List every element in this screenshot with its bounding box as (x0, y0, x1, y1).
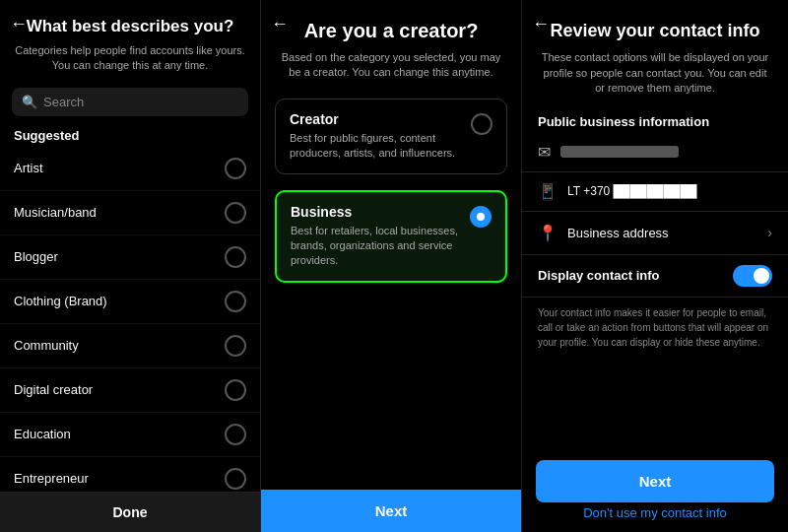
category-label-education: Education (14, 427, 71, 441)
search-bar[interactable]: 🔍 (12, 88, 248, 116)
category-item-community[interactable]: Community (0, 324, 260, 368)
category-item-musician[interactable]: Musician/band (0, 191, 260, 235)
suggested-label: Suggested (0, 124, 260, 147)
category-item-entrepreneur[interactable]: Entrepreneur (0, 457, 260, 492)
category-label-entrepreneur: Entrepreneur (14, 471, 89, 486)
radio-entrepreneur[interactable] (225, 468, 246, 490)
panel-what-describes-you: ← What best describes you? Categories he… (0, 0, 261, 532)
category-item-artist[interactable]: Artist (0, 147, 260, 191)
creator-option-text: Creator Best for public figures, content… (290, 111, 461, 162)
radio-artist[interactable] (225, 158, 246, 179)
address-left: 📍 Business address (538, 224, 669, 242)
display-contact-toggle-row: Display contact info (522, 254, 788, 298)
category-list: Artist Musician/band Blogger Clothing (B… (0, 147, 260, 492)
phone-value: LT +370 ██████████ (567, 184, 772, 198)
creator-option-desc: Best for public figures, content produce… (290, 131, 461, 162)
creator-option-card[interactable]: Creator Best for public figures, content… (275, 99, 507, 174)
creator-radio[interactable] (471, 113, 492, 135)
radio-education[interactable] (225, 424, 246, 445)
panel3-back-button[interactable]: ← (532, 14, 550, 34)
panel3-header: Review your contact info These contact o… (522, 0, 788, 106)
phone-row[interactable]: 📱 LT +370 ██████████ (522, 172, 788, 212)
panel2-next-button[interactable]: Next (261, 490, 521, 532)
panel-creator-question: ← Are you a creator? Based on the catego… (261, 0, 522, 532)
phone-icon: 📱 (538, 182, 558, 201)
email-row[interactable]: ✉ (522, 133, 788, 172)
search-icon: 🔍 (22, 95, 37, 109)
panel1-title: What best describes you? (14, 16, 246, 37)
location-icon: 📍 (538, 224, 558, 242)
email-value-blurred (560, 146, 679, 158)
radio-community[interactable] (225, 335, 246, 357)
radio-musician[interactable] (225, 202, 246, 224)
category-label-community: Community (14, 338, 79, 353)
category-label-musician: Musician/band (14, 205, 97, 220)
address-label: Business address (567, 226, 669, 240)
category-item-clothing[interactable]: Clothing (Brand) (0, 280, 260, 324)
panel1-subtitle: Categories help people find accounts lik… (14, 43, 246, 74)
category-label-blogger: Blogger (14, 249, 58, 264)
panel2-back-button[interactable]: ← (271, 14, 289, 34)
panel-review-contact: ← Review your contact info These contact… (522, 0, 788, 532)
public-business-info-label: Public business information (522, 106, 788, 133)
panel1-header: What best describes you? Categories help… (0, 0, 260, 82)
business-option-title: Business (291, 204, 460, 220)
creator-option-title: Creator (290, 111, 461, 127)
panel3-next-button[interactable]: Next (536, 460, 774, 502)
panel3-title: Review your contact info (538, 20, 772, 42)
panel1-back-button[interactable]: ← (10, 14, 28, 34)
business-option-desc: Best for retailers, local businesses, br… (291, 224, 460, 269)
category-label-clothing: Clothing (Brand) (14, 294, 107, 308)
address-row[interactable]: 📍 Business address › (522, 212, 788, 254)
toggle-knob (754, 268, 769, 284)
category-label-digital: Digital creator (14, 382, 93, 397)
address-chevron-icon: › (767, 225, 772, 240)
category-item-education[interactable]: Education (0, 413, 260, 457)
toggle-label: Display contact info (538, 268, 660, 283)
panel2-header: Are you a creator? Based on the category… (261, 0, 521, 91)
contact-info-description: Your contact info makes it easier for pe… (522, 298, 788, 358)
business-radio[interactable] (470, 206, 492, 228)
panel2-subtitle: Based on the category you selected, you … (281, 50, 501, 81)
panel2-title: Are you a creator? (281, 20, 501, 42)
business-option-card[interactable]: Business Best for retailers, local busin… (275, 190, 507, 283)
display-contact-toggle[interactable] (733, 265, 772, 287)
done-button[interactable]: Done (0, 492, 260, 532)
radio-digital[interactable] (225, 379, 246, 401)
search-input[interactable] (43, 95, 238, 109)
radio-clothing[interactable] (225, 291, 246, 312)
email-icon: ✉ (538, 143, 551, 162)
category-label-artist: Artist (14, 161, 43, 175)
business-option-text: Business Best for retailers, local busin… (291, 204, 460, 269)
panel3-subtitle: These contact options will be displayed … (538, 50, 772, 96)
category-item-digital[interactable]: Digital creator (0, 368, 260, 413)
category-item-blogger[interactable]: Blogger (0, 235, 260, 280)
radio-blogger[interactable] (225, 246, 246, 268)
dont-use-contact-button[interactable]: Don't use my contact info (522, 501, 788, 524)
